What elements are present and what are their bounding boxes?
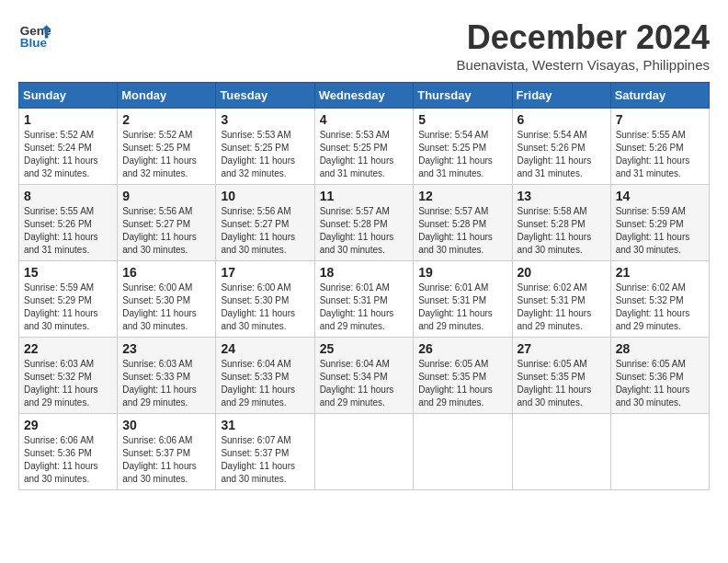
day-info: Sunrise: 5:52 AMSunset: 5:24 PMDaylight:… (24, 129, 112, 180)
calendar-header-thursday: Thursday (414, 83, 512, 109)
table-row: 6Sunrise: 5:54 AMSunset: 5:26 PMDaylight… (512, 109, 610, 185)
day-number: 6 (518, 112, 606, 127)
table-row: 7Sunrise: 5:55 AMSunset: 5:26 PMDaylight… (610, 109, 709, 185)
table-row: 30Sunrise: 6:06 AMSunset: 5:37 PMDayligh… (118, 414, 216, 490)
table-row: 14Sunrise: 5:59 AMSunset: 5:29 PMDayligh… (610, 185, 709, 261)
table-row: 24Sunrise: 6:04 AMSunset: 5:33 PMDayligh… (216, 338, 314, 414)
day-info: Sunrise: 6:03 AMSunset: 5:33 PMDaylight:… (122, 358, 210, 409)
day-number: 18 (320, 265, 409, 280)
table-row: 27Sunrise: 6:05 AMSunset: 5:35 PMDayligh… (512, 338, 610, 414)
table-row (610, 414, 709, 490)
calendar-week-row: 1Sunrise: 5:52 AMSunset: 5:24 PMDaylight… (19, 109, 710, 185)
day-info: Sunrise: 6:06 AMSunset: 5:37 PMDaylight:… (122, 434, 210, 486)
day-info: Sunrise: 5:59 AMSunset: 5:29 PMDaylight:… (24, 282, 112, 333)
table-row (314, 414, 414, 490)
logo: General Blue (18, 18, 51, 52)
calendar-header-monday: Monday (118, 83, 216, 109)
day-info: Sunrise: 6:07 AMSunset: 5:37 PMDaylight:… (221, 434, 309, 486)
day-number: 29 (24, 418, 112, 432)
page-header: General Blue December 2024 Buenavista, W… (18, 18, 710, 73)
day-number: 15 (24, 265, 112, 280)
day-info: Sunrise: 5:56 AMSunset: 5:27 PMDaylight:… (221, 205, 309, 257)
day-number: 25 (320, 341, 409, 356)
logo-icon: General Blue (18, 18, 51, 52)
calendar-header-saturday: Saturday (610, 83, 709, 109)
svg-text:Blue: Blue (20, 36, 48, 50)
table-row: 11Sunrise: 5:57 AMSunset: 5:28 PMDayligh… (314, 185, 414, 261)
table-row: 20Sunrise: 6:02 AMSunset: 5:31 PMDayligh… (512, 261, 610, 338)
day-number: 10 (221, 189, 309, 203)
table-row: 4Sunrise: 5:53 AMSunset: 5:25 PMDaylight… (314, 109, 414, 185)
day-info: Sunrise: 5:52 AMSunset: 5:25 PMDaylight:… (122, 129, 210, 180)
day-info: Sunrise: 6:05 AMSunset: 5:35 PMDaylight:… (418, 358, 506, 409)
day-info: Sunrise: 5:57 AMSunset: 5:28 PMDaylight:… (320, 205, 409, 257)
table-row: 12Sunrise: 5:57 AMSunset: 5:28 PMDayligh… (414, 185, 512, 261)
day-number: 30 (122, 418, 210, 432)
day-number: 16 (122, 265, 210, 280)
day-info: Sunrise: 5:57 AMSunset: 5:28 PMDaylight:… (418, 205, 506, 257)
day-info: Sunrise: 5:53 AMSunset: 5:25 PMDaylight:… (221, 129, 309, 180)
day-info: Sunrise: 6:05 AMSunset: 5:36 PMDaylight:… (616, 358, 704, 409)
calendar-header-friday: Friday (512, 83, 610, 109)
day-number: 9 (122, 189, 210, 203)
day-number: 5 (418, 112, 506, 127)
day-number: 23 (122, 341, 210, 356)
calendar-week-row: 22Sunrise: 6:03 AMSunset: 5:32 PMDayligh… (19, 338, 710, 414)
title-area: December 2024 Buenavista, Western Visaya… (457, 18, 710, 73)
day-info: Sunrise: 6:06 AMSunset: 5:36 PMDaylight:… (24, 434, 112, 486)
table-row: 8Sunrise: 5:55 AMSunset: 5:26 PMDaylight… (19, 185, 118, 261)
day-info: Sunrise: 5:53 AMSunset: 5:25 PMDaylight:… (320, 129, 409, 180)
day-number: 31 (221, 418, 309, 432)
day-number: 24 (221, 341, 309, 356)
day-info: Sunrise: 5:55 AMSunset: 5:26 PMDaylight:… (24, 205, 112, 257)
calendar-body: 1Sunrise: 5:52 AMSunset: 5:24 PMDaylight… (19, 109, 710, 490)
calendar-header-wednesday: Wednesday (314, 83, 414, 109)
day-number: 17 (221, 265, 309, 280)
table-row (512, 414, 610, 490)
day-info: Sunrise: 6:01 AMSunset: 5:31 PMDaylight:… (320, 282, 409, 333)
table-row: 5Sunrise: 5:54 AMSunset: 5:25 PMDaylight… (414, 109, 512, 185)
table-row (414, 414, 512, 490)
table-row: 9Sunrise: 5:56 AMSunset: 5:27 PMDaylight… (118, 185, 216, 261)
table-row: 28Sunrise: 6:05 AMSunset: 5:36 PMDayligh… (610, 338, 709, 414)
table-row: 29Sunrise: 6:06 AMSunset: 5:36 PMDayligh… (19, 414, 118, 490)
table-row: 1Sunrise: 5:52 AMSunset: 5:24 PMDaylight… (19, 109, 118, 185)
day-info: Sunrise: 5:54 AMSunset: 5:25 PMDaylight:… (418, 129, 506, 180)
table-row: 31Sunrise: 6:07 AMSunset: 5:37 PMDayligh… (216, 414, 314, 490)
table-row: 13Sunrise: 5:58 AMSunset: 5:28 PMDayligh… (512, 185, 610, 261)
day-number: 12 (418, 189, 506, 203)
day-number: 21 (616, 265, 704, 280)
table-row: 17Sunrise: 6:00 AMSunset: 5:30 PMDayligh… (216, 261, 314, 338)
calendar-header-sunday: Sunday (19, 83, 118, 109)
day-number: 20 (518, 265, 606, 280)
day-number: 3 (221, 112, 309, 127)
day-number: 11 (320, 189, 409, 203)
day-info: Sunrise: 6:03 AMSunset: 5:32 PMDaylight:… (24, 358, 112, 409)
calendar-header-row: SundayMondayTuesdayWednesdayThursdayFrid… (19, 83, 710, 109)
day-number: 22 (24, 341, 112, 356)
table-row: 21Sunrise: 6:02 AMSunset: 5:32 PMDayligh… (610, 261, 709, 338)
calendar-week-row: 8Sunrise: 5:55 AMSunset: 5:26 PMDaylight… (19, 185, 710, 261)
day-info: Sunrise: 6:02 AMSunset: 5:31 PMDaylight:… (518, 282, 606, 333)
table-row: 18Sunrise: 6:01 AMSunset: 5:31 PMDayligh… (314, 261, 414, 338)
calendar-table: SundayMondayTuesdayWednesdayThursdayFrid… (18, 82, 710, 490)
day-info: Sunrise: 6:02 AMSunset: 5:32 PMDaylight:… (616, 282, 704, 333)
day-number: 14 (616, 189, 704, 203)
location-subtitle: Buenavista, Western Visayas, Philippines (457, 57, 710, 73)
day-info: Sunrise: 6:05 AMSunset: 5:35 PMDaylight:… (518, 358, 606, 409)
day-info: Sunrise: 5:58 AMSunset: 5:28 PMDaylight:… (518, 205, 606, 257)
day-number: 28 (616, 341, 704, 356)
table-row: 15Sunrise: 5:59 AMSunset: 5:29 PMDayligh… (19, 261, 118, 338)
day-info: Sunrise: 5:56 AMSunset: 5:27 PMDaylight:… (122, 205, 210, 257)
day-info: Sunrise: 5:55 AMSunset: 5:26 PMDaylight:… (616, 129, 704, 180)
table-row: 22Sunrise: 6:03 AMSunset: 5:32 PMDayligh… (19, 338, 118, 414)
day-number: 1 (24, 112, 112, 127)
table-row: 10Sunrise: 5:56 AMSunset: 5:27 PMDayligh… (216, 185, 314, 261)
day-info: Sunrise: 5:59 AMSunset: 5:29 PMDaylight:… (616, 205, 704, 257)
day-number: 13 (518, 189, 606, 203)
calendar-week-row: 15Sunrise: 5:59 AMSunset: 5:29 PMDayligh… (19, 261, 710, 338)
calendar-week-row: 29Sunrise: 6:06 AMSunset: 5:36 PMDayligh… (19, 414, 710, 490)
table-row: 2Sunrise: 5:52 AMSunset: 5:25 PMDaylight… (118, 109, 216, 185)
day-number: 19 (418, 265, 506, 280)
table-row: 19Sunrise: 6:01 AMSunset: 5:31 PMDayligh… (414, 261, 512, 338)
